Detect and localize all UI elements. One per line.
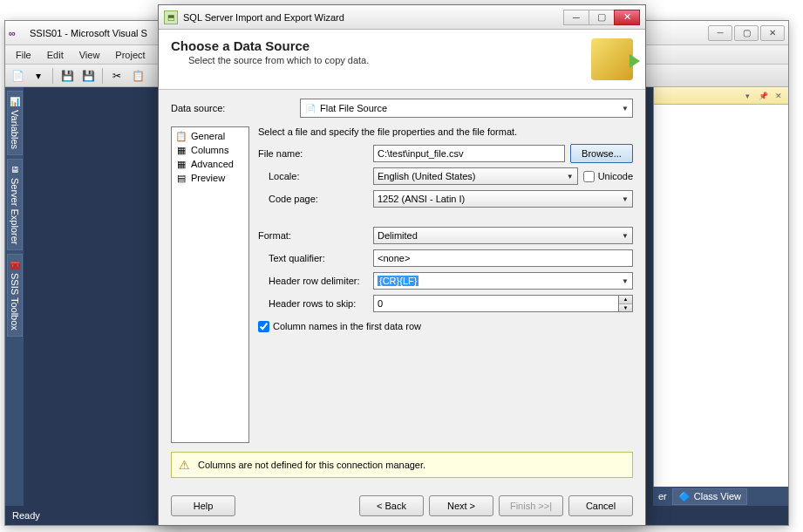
spin-up-icon[interactable]: ▲ [619, 296, 632, 304]
finish-button: Finish >>| [499, 495, 563, 516]
wizard-header-icon [591, 38, 633, 80]
copy-icon[interactable]: 📋 [129, 67, 146, 85]
import-export-wizard-dialog: ⬒ SQL Server Import and Export Wizard ─ … [158, 4, 646, 526]
panel-dropdown-icon[interactable]: ▾ [741, 90, 753, 102]
menu-view[interactable]: View [72, 48, 107, 62]
wizard-button-row: Help < Back Next > Finish >>| Cancel [159, 487, 645, 525]
vs-title: SSIS01 - Microsoft Visual S [30, 28, 147, 38]
header-delimiter-label: Header row delimiter: [258, 276, 368, 286]
file-name-input[interactable] [373, 145, 565, 162]
next-button[interactable]: Next > [429, 495, 493, 516]
panel-pin-icon[interactable]: 📌 [757, 90, 769, 102]
instruction-text: Select a file and specify the file prope… [258, 126, 633, 137]
wizard-titlebar: ⬒ SQL Server Import and Export Wizard ─ … [159, 5, 645, 30]
column-names-checkbox[interactable]: Column names in the first data row [258, 321, 421, 332]
wizard-mid-row: 📋General ▦Columns ▦Advanced ▤Preview Sel… [171, 126, 633, 443]
nav-advanced[interactable]: ▦Advanced [174, 157, 247, 171]
add-item-icon[interactable]: ▾ [30, 67, 47, 85]
wizard-title: SQL Server Import and Export Wizard [183, 12, 344, 23]
vs-right-panel: ▾ 📌 ✕ [653, 87, 788, 506]
sidebar-server-explorer[interactable]: 🖥Server Explorer [7, 159, 23, 250]
back-button[interactable]: < Back [359, 495, 424, 516]
chevron-down-icon: ▼ [622, 195, 629, 203]
code-page-combo[interactable]: 1252 (ANSI - Latin I) ▼ [373, 190, 633, 208]
server-icon: 🖥 [10, 165, 19, 174]
wizard-form-area: Select a file and specify the file prope… [258, 126, 633, 443]
nav-general[interactable]: 📋General [174, 129, 247, 143]
panel-close-icon[interactable]: ✕ [772, 90, 785, 102]
wizard-minimize-button[interactable]: ─ [563, 10, 589, 25]
header-skip-input[interactable] [373, 295, 619, 312]
locale-label: Locale: [258, 171, 368, 181]
vs-maximize-button[interactable]: ▢ [734, 25, 759, 41]
menu-edit[interactable]: Edit [40, 48, 71, 62]
vs-right-bottom-tabs: er 🔷Class View [653, 487, 788, 506]
columns-icon: ▦ [175, 144, 187, 156]
column-names-checkbox-input[interactable] [258, 321, 269, 332]
nav-preview[interactable]: ▤Preview [174, 171, 247, 185]
code-page-label: Code page: [258, 194, 368, 204]
tab-fragment[interactable]: er [658, 491, 667, 501]
locale-combo[interactable]: English (United States) ▼ [373, 167, 578, 185]
chevron-down-icon: ▼ [622, 232, 629, 240]
spin-down-icon[interactable]: ▼ [619, 304, 632, 312]
vs-close-button[interactable]: ✕ [760, 25, 785, 41]
wizard-nav-tree: 📋General ▦Columns ▦Advanced ▤Preview [171, 126, 249, 443]
wizard-maximize-button[interactable]: ▢ [589, 10, 615, 25]
data-source-row: Data source: 📄 Flat File Source ▼ [171, 99, 633, 118]
data-source-label: Data source: [171, 103, 293, 113]
browse-button[interactable]: Browse... [570, 144, 633, 163]
chevron-down-icon: ▼ [622, 105, 629, 113]
warning-bar: ⚠ Columns are not defined for this conne… [171, 452, 633, 478]
status-text: Ready [12, 510, 40, 521]
menu-project[interactable]: Project [108, 48, 152, 62]
unicode-checkbox[interactable]: Unicode [583, 171, 633, 182]
sidebar-variables[interactable]: 📊Variables [7, 91, 23, 155]
data-source-value: Flat File Source [320, 103, 387, 113]
header-delimiter-combo[interactable]: {CR}{LF} ▼ [373, 272, 633, 290]
wizard-close-button[interactable]: ✕ [614, 10, 640, 25]
header-skip-label: Header rows to skip: [258, 298, 368, 309]
new-project-icon[interactable]: 📄 [9, 67, 26, 85]
class-view-icon: 🔷 [678, 491, 691, 502]
toolbox-icon: 🧰 [10, 260, 20, 269]
vs-right-panel-header: ▾ 📌 ✕ [654, 87, 788, 105]
advanced-icon: ▦ [175, 158, 187, 170]
vs-logo-icon: ∞ [9, 28, 24, 38]
vs-minimize-button[interactable]: ─ [708, 25, 732, 41]
chevron-down-icon: ▼ [567, 173, 574, 181]
sidebar-ssis-toolbox[interactable]: 🧰SSIS Toolbox [7, 254, 23, 337]
menu-file[interactable]: File [9, 48, 38, 62]
file-name-label: File name: [258, 148, 368, 159]
wizard-subheading: Select the source from which to copy dat… [188, 55, 591, 65]
chevron-down-icon: ▼ [622, 277, 629, 285]
wizard-header: Choose a Data Source Select the source f… [159, 30, 645, 90]
cut-icon[interactable]: ✂ [108, 67, 126, 85]
text-qualifier-label: Text qualifier: [258, 253, 368, 263]
help-button[interactable]: Help [171, 495, 235, 516]
flat-file-icon: 📄 [304, 102, 316, 114]
format-combo[interactable]: Delimited ▼ [373, 227, 633, 244]
text-qualifier-input[interactable] [373, 249, 633, 267]
data-source-combo[interactable]: 📄 Flat File Source ▼ [300, 99, 633, 118]
warning-text: Columns are not defined for this connect… [198, 460, 425, 470]
general-icon: 📋 [175, 130, 187, 142]
wizard-body: Data source: 📄 Flat File Source ▼ 📋Gener… [159, 90, 645, 452]
warning-icon: ⚠ [179, 458, 193, 472]
wizard-app-icon: ⬒ [164, 10, 178, 24]
preview-icon: ▤ [175, 172, 187, 184]
variables-icon: 📊 [10, 97, 20, 106]
unicode-checkbox-input[interactable] [583, 171, 595, 182]
tab-class-view[interactable]: 🔷Class View [672, 488, 747, 505]
vs-sidebar: 📊Variables 🖥Server Explorer 🧰SSIS Toolbo… [5, 87, 24, 506]
toolbar-separator [52, 68, 53, 84]
toolbar-separator [102, 68, 103, 84]
save-all-icon[interactable]: 💾 [79, 67, 97, 85]
save-icon[interactable]: 💾 [58, 67, 76, 85]
format-label: Format: [258, 230, 368, 241]
nav-columns[interactable]: ▦Columns [174, 143, 247, 157]
wizard-heading: Choose a Data Source [171, 38, 591, 53]
header-skip-spinner[interactable]: ▲ ▼ [373, 295, 633, 312]
cancel-button[interactable]: Cancel [568, 495, 633, 516]
